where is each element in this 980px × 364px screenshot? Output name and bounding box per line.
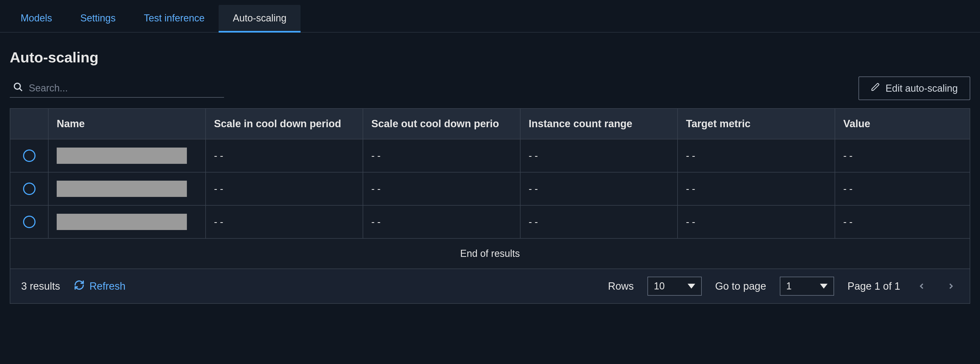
col-scale-out[interactable]: Scale out cool down perio (363, 109, 520, 139)
tab-test-inference[interactable]: Test inference (130, 5, 219, 32)
search-box[interactable] (10, 79, 224, 98)
rows-value: 10 (654, 280, 665, 292)
refresh-button[interactable]: Refresh (74, 280, 126, 293)
row-select-radio[interactable] (23, 216, 35, 228)
cell-scale-in: - - (205, 172, 363, 205)
toolbar: Edit auto-scaling (0, 76, 980, 108)
cell-metric: - - (678, 139, 835, 172)
auto-scaling-table: Name Scale in cool down period Scale out… (10, 108, 970, 304)
row-name-redacted (57, 148, 187, 164)
row-select-radio[interactable] (23, 149, 35, 162)
refresh-icon (74, 280, 84, 293)
refresh-label: Refresh (89, 280, 126, 292)
row-name-redacted (57, 214, 187, 230)
row-select-radio[interactable] (23, 183, 35, 195)
col-value[interactable]: Value (835, 109, 970, 139)
chevron-left-icon (917, 281, 926, 291)
table-footer: 3 results Refresh Rows 10 Go to p (10, 269, 970, 303)
rows-per-page-select[interactable]: 10 (648, 277, 702, 296)
cell-scale-out: - - (363, 172, 520, 205)
col-scale-in[interactable]: Scale in cool down period (205, 109, 363, 139)
chevron-down-icon (820, 284, 827, 289)
cell-value: - - (835, 172, 970, 205)
row-name-redacted (57, 181, 187, 197)
table-header-row: Name Scale in cool down period Scale out… (10, 109, 970, 139)
table-row: - - - - - - - - - - (10, 172, 970, 205)
cell-range: - - (520, 139, 678, 172)
chevron-right-icon (947, 281, 956, 291)
col-select (10, 109, 48, 139)
cell-range: - - (520, 172, 678, 205)
col-name[interactable]: Name (48, 109, 205, 139)
col-instance-range[interactable]: Instance count range (520, 109, 678, 139)
cell-metric: - - (678, 172, 835, 205)
table-row: - - - - - - - - - - (10, 139, 970, 172)
next-page-button[interactable] (943, 279, 959, 294)
prev-page-button[interactable] (914, 279, 929, 294)
cell-value: - - (835, 139, 970, 172)
edit-button-label: Edit auto-scaling (886, 83, 958, 94)
edit-auto-scaling-button[interactable]: Edit auto-scaling (859, 76, 970, 100)
pencil-icon (871, 83, 880, 94)
tab-models[interactable]: Models (6, 5, 66, 32)
cell-metric: - - (678, 205, 835, 238)
tabs-bar: Models Settings Test inference Auto-scal… (0, 0, 980, 33)
search-input[interactable] (29, 83, 221, 94)
search-icon (13, 82, 23, 94)
goto-page-label: Go to page (715, 280, 766, 292)
cell-range: - - (520, 205, 678, 238)
tab-auto-scaling[interactable]: Auto-scaling (219, 5, 301, 32)
cell-scale-in: - - (205, 205, 363, 238)
results-count: 3 results (21, 280, 60, 292)
cell-scale-in: - - (205, 139, 363, 172)
goto-value: 1 (786, 280, 792, 292)
goto-page-select[interactable]: 1 (780, 277, 834, 296)
col-target-metric[interactable]: Target metric (678, 109, 835, 139)
chevron-down-icon (687, 284, 695, 289)
svg-line-1 (19, 88, 22, 91)
svg-point-0 (14, 83, 20, 89)
page-title: Auto-scaling (0, 33, 980, 76)
end-of-results-text: End of results (10, 238, 970, 269)
tab-settings[interactable]: Settings (66, 5, 130, 32)
rows-label: Rows (608, 280, 634, 292)
end-of-results-row: End of results (10, 238, 970, 269)
cell-value: - - (835, 205, 970, 238)
table-row: - - - - - - - - - - (10, 205, 970, 238)
cell-scale-out: - - (363, 205, 520, 238)
cell-scale-out: - - (363, 139, 520, 172)
page-status: Page 1 of 1 (848, 280, 900, 292)
